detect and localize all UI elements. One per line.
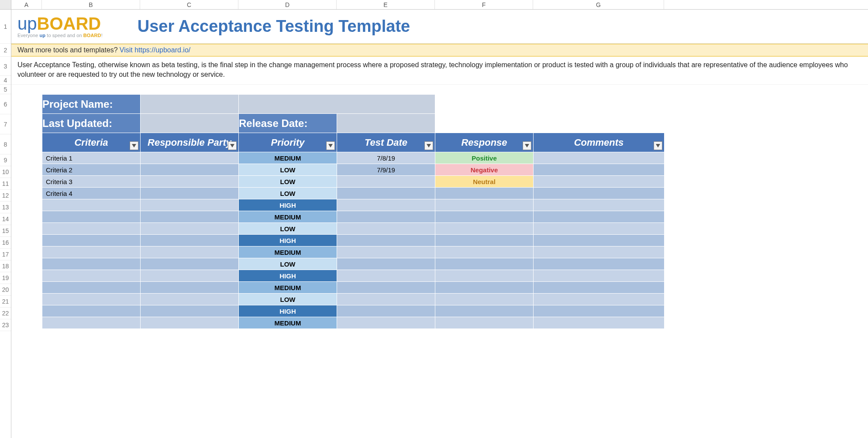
row-header[interactable]: 3 [0,57,11,76]
cell[interactable] [337,176,435,188]
cell[interactable] [141,258,239,270]
th-criteria[interactable]: Criteria [42,133,141,152]
cell[interactable] [42,223,141,235]
response-cell[interactable] [435,294,534,305]
row-header[interactable]: 22 [0,308,11,319]
cell[interactable] [337,317,435,329]
cell[interactable] [141,211,239,223]
cell[interactable] [42,235,141,246]
cell[interactable] [534,152,665,164]
filter-icon[interactable] [130,141,138,150]
cell[interactable] [337,188,435,199]
row-header[interactable]: 19 [0,272,11,284]
cell[interactable] [141,305,239,317]
priority-cell[interactable]: MEDIUM [239,317,337,329]
cell[interactable] [337,246,435,258]
response-cell[interactable] [435,211,534,223]
row-header[interactable]: 16 [0,237,11,249]
priority-cell[interactable]: LOW [239,258,337,270]
row-header[interactable]: 4 [0,76,11,85]
cell[interactable] [534,188,665,199]
filter-icon[interactable] [523,141,531,150]
cell[interactable] [534,223,665,235]
priority-cell[interactable]: LOW [239,223,337,235]
cell[interactable] [534,305,665,317]
cell[interactable]: 7/8/19 [337,152,435,164]
cell[interactable] [141,152,239,164]
cell[interactable]: Criteria 4 [42,188,141,199]
priority-cell[interactable]: HIGH [239,305,337,317]
cell[interactable] [534,317,665,329]
cell[interactable] [141,223,239,235]
project-name-value-ext[interactable] [239,95,435,114]
cell[interactable] [337,258,435,270]
response-cell[interactable] [435,305,534,317]
cell[interactable] [42,270,141,282]
select-all-corner[interactable] [0,0,11,9]
row-header[interactable]: 23 [0,319,11,331]
cell[interactable] [141,164,239,176]
cell[interactable] [534,282,665,294]
col-header-C[interactable]: C [140,0,238,9]
th-priority[interactable]: Priority [239,133,337,152]
row-header[interactable]: 20 [0,284,11,296]
row-header[interactable]: 21 [0,296,11,308]
filter-icon[interactable] [326,141,335,150]
col-header-E[interactable]: E [337,0,435,9]
response-cell[interactable]: Positive [435,152,534,164]
th-comments[interactable]: Comments [534,133,665,152]
row-header[interactable]: 11 [0,178,11,190]
filter-icon[interactable] [228,141,237,150]
cell[interactable] [534,235,665,246]
cell[interactable] [141,282,239,294]
cell[interactable] [42,211,141,223]
th-responsible[interactable]: Responsible Party [141,133,239,152]
response-cell[interactable]: Negative [435,164,534,176]
col-header-A[interactable]: A [11,0,42,9]
cell[interactable] [141,294,239,305]
cell[interactable] [534,270,665,282]
col-header-D[interactable]: D [238,0,337,9]
cell[interactable] [141,235,239,246]
cell[interactable] [337,282,435,294]
th-response[interactable]: Response [435,133,534,152]
cell[interactable] [141,246,239,258]
row-header[interactable]: 8 [0,134,11,154]
response-cell[interactable] [435,270,534,282]
response-cell[interactable] [435,317,534,329]
cell[interactable] [337,294,435,305]
cell[interactable] [42,317,141,329]
row-header[interactable]: 5 [0,85,11,94]
th-testdate[interactable]: Test Date [337,133,435,152]
priority-cell[interactable]: LOW [239,176,337,188]
cell[interactable] [141,188,239,199]
priority-cell[interactable]: LOW [239,164,337,176]
cell[interactable]: 7/9/19 [337,164,435,176]
cell[interactable] [337,270,435,282]
col-header-B[interactable]: B [42,0,140,9]
cell[interactable] [337,223,435,235]
cell[interactable] [337,305,435,317]
row-header[interactable]: 17 [0,249,11,260]
cell[interactable] [534,164,665,176]
response-cell[interactable] [435,188,534,199]
release-date-value[interactable] [337,114,435,133]
cell[interactable] [337,199,435,211]
row-header[interactable]: 2 [0,44,11,57]
priority-cell[interactable]: MEDIUM [239,282,337,294]
row-header[interactable]: 10 [0,166,11,178]
cell[interactable] [141,176,239,188]
priority-cell[interactable]: LOW [239,188,337,199]
response-cell[interactable] [435,258,534,270]
cell[interactable] [141,317,239,329]
response-cell[interactable] [435,235,534,246]
response-cell[interactable] [435,223,534,235]
cell[interactable] [337,235,435,246]
priority-cell[interactable]: HIGH [239,235,337,246]
response-cell[interactable] [435,246,534,258]
cell[interactable] [42,199,141,211]
info-bar-link[interactable]: Visit https://upboard.io/ [120,46,190,54]
row-header[interactable]: 14 [0,213,11,225]
cell[interactable] [534,176,665,188]
cell[interactable] [42,246,141,258]
